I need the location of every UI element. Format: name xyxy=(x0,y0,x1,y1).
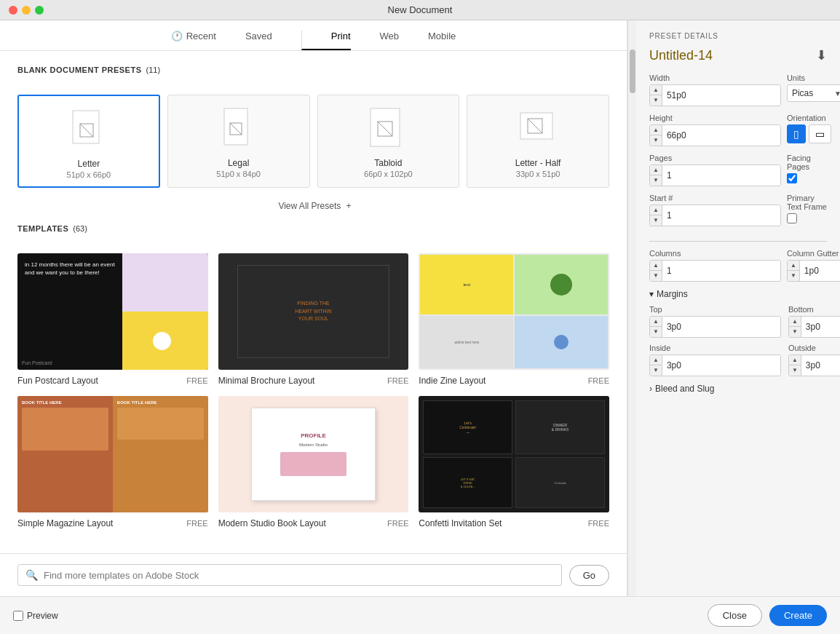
svg-rect-0 xyxy=(73,111,99,143)
template-brochure-thumb: FINDING THEHEART WITHINYOUR SOUL xyxy=(218,253,409,370)
preset-tabloid[interactable]: Tabloid 66p0 x 102p0 xyxy=(317,95,460,188)
minimize-traffic-light[interactable] xyxy=(22,6,31,15)
bleed-slug-row[interactable]: › Bleed and Slug xyxy=(649,384,827,394)
margins-collapsible[interactable]: ▾ Margins xyxy=(649,289,827,299)
scrollbar-thumb[interactable] xyxy=(630,49,635,93)
pages-up[interactable]: ▲ xyxy=(650,165,662,175)
units-select[interactable]: Picas Inches Millimeters xyxy=(792,88,834,98)
facing-pages-checkbox-row xyxy=(787,173,827,183)
margin-outside-group: Outside ▲ ▼ xyxy=(788,344,840,376)
margin-bottom-input[interactable] xyxy=(801,317,840,337)
preset-legal-name: Legal xyxy=(228,158,249,168)
pages-label: Pages xyxy=(649,154,781,162)
doc-name: Untitled-14 xyxy=(649,48,713,63)
tab-mobile[interactable]: Mobile xyxy=(428,31,456,50)
preset-letter[interactable]: Letter 51p0 x 66p0 xyxy=(17,95,160,188)
scrollbar[interactable] xyxy=(627,20,636,596)
close-traffic-light[interactable] xyxy=(9,6,17,15)
height-up[interactable]: ▲ xyxy=(650,125,662,135)
pages-input-spin: ▲ ▼ xyxy=(649,165,781,186)
template-confetti[interactable]: Let'sCelebrate! ••• DINNER& DRINKS LET'S… xyxy=(419,396,609,528)
template-zine[interactable]: text article text here Indie Zine Layout xyxy=(419,253,609,386)
template-magazine-info: Simple Magazine Layout FREE xyxy=(17,518,208,528)
chevron-down-icon: ▾ xyxy=(649,289,654,299)
margin-outside-input[interactable] xyxy=(801,355,840,376)
units-label: Units xyxy=(787,74,840,82)
width-input[interactable] xyxy=(662,85,780,106)
width-up[interactable]: ▲ xyxy=(650,85,662,95)
width-down[interactable]: ▼ xyxy=(650,95,662,106)
margin-top-down[interactable]: ▼ xyxy=(650,327,662,337)
units-group: Units Picas Inches Millimeters ▼ xyxy=(787,74,840,106)
columns-down[interactable]: ▼ xyxy=(650,271,662,281)
margin-outside-label: Outside xyxy=(788,344,840,352)
start-num-input[interactable] xyxy=(662,205,780,226)
tab-print[interactable]: Print xyxy=(301,31,351,50)
margin-top-input[interactable] xyxy=(662,317,780,337)
template-postcard-info: Fun Postcard Layout FREE xyxy=(17,376,208,386)
margin-outside-up[interactable]: ▲ xyxy=(789,355,801,365)
columns-up[interactable]: ▲ xyxy=(650,261,662,271)
preview-checkbox[interactable] xyxy=(13,611,23,621)
close-button[interactable]: Close xyxy=(708,604,762,627)
start-num-spin: ▲ ▼ xyxy=(649,205,781,226)
margin-outside-down[interactable]: ▼ xyxy=(789,365,801,376)
start-num-down[interactable]: ▼ xyxy=(650,215,662,226)
go-button[interactable]: Go xyxy=(569,565,609,586)
margin-bottom-spin: ▲ ▼ xyxy=(788,316,840,338)
pages-input[interactable] xyxy=(662,165,780,186)
margin-top-up[interactable]: ▲ xyxy=(650,317,662,327)
pages-down[interactable]: ▼ xyxy=(650,175,662,186)
col-gutter-group: Column Gutter ▲ ▼ xyxy=(787,249,840,282)
search-input-wrap[interactable]: 🔍 xyxy=(17,564,562,586)
search-input[interactable] xyxy=(44,570,554,581)
ptf-checkbox-row xyxy=(787,213,827,223)
height-label: Height xyxy=(649,114,781,122)
margins-label: Margins xyxy=(657,289,688,299)
orientation-portrait[interactable]: ▯ xyxy=(787,124,806,143)
margin-inside-up[interactable]: ▲ xyxy=(650,355,662,365)
preset-letter-name: Letter xyxy=(78,159,100,169)
template-studio[interactable]: PROFILE Modern Studio Modern Studio Book… xyxy=(218,396,409,528)
ptf-checkbox[interactable] xyxy=(787,213,797,223)
col-gutter-down[interactable]: ▼ xyxy=(788,271,799,281)
margin-outside-with-link: Outside ▲ ▼ 🔗 xyxy=(788,344,840,376)
template-postcard[interactable]: in 12 months there will be an event and … xyxy=(17,253,208,386)
fullscreen-traffic-light[interactable] xyxy=(35,6,44,15)
create-button[interactable]: Create xyxy=(769,605,827,626)
facing-pages-checkbox[interactable] xyxy=(787,173,797,183)
blank-presets-title: BLANK DOCUMENT PRESETS xyxy=(17,66,142,74)
columns-label: Columns xyxy=(649,249,781,258)
start-num-up[interactable]: ▲ xyxy=(650,205,662,215)
preset-legal[interactable]: Legal 51p0 x 84p0 xyxy=(167,95,310,188)
margin-inside-down[interactable]: ▼ xyxy=(650,365,662,376)
nav-tabs: 🕐 Recent Saved Print Web Mobile xyxy=(0,20,627,51)
units-select-wrap: Picas Inches Millimeters ▼ xyxy=(787,84,840,102)
col-gutter-up[interactable]: ▲ xyxy=(788,261,799,271)
preview-row: Preview xyxy=(13,611,58,621)
tab-saved[interactable]: Saved xyxy=(245,31,272,50)
tab-web[interactable]: Web xyxy=(380,31,400,50)
margin-bottom-down[interactable]: ▼ xyxy=(789,327,801,337)
save-preset-icon[interactable]: ⬇ xyxy=(816,47,827,63)
columns-input[interactable] xyxy=(662,261,780,281)
preset-letter-half[interactable]: Letter - Half 33p0 x 51p0 xyxy=(467,95,609,188)
template-brochure[interactable]: FINDING THEHEART WITHINYOUR SOUL Minimal… xyxy=(218,253,409,386)
template-studio-info: Modern Studio Book Layout FREE xyxy=(218,518,409,528)
view-all-presets[interactable]: View All Presets + xyxy=(17,195,609,224)
margin-bottom-label: Bottom xyxy=(788,305,840,314)
orientation-landscape[interactable]: ▭ xyxy=(809,124,831,143)
template-magazine[interactable]: BOOK TITLE HERE BOOK TITLE HERE Simple M… xyxy=(17,396,208,528)
margin-bottom-up[interactable]: ▲ xyxy=(789,317,801,327)
height-down[interactable]: ▼ xyxy=(650,135,662,146)
left-panel: 🕐 Recent Saved Print Web Mobile BLANK DO… xyxy=(0,20,627,596)
bleed-slug-label: Bleed and Slug xyxy=(655,384,714,394)
svg-rect-9 xyxy=(520,113,552,139)
preset-tabloid-size: 66p0 x 102p0 xyxy=(364,170,413,178)
margin-inside-input[interactable] xyxy=(662,355,780,376)
height-input[interactable] xyxy=(662,125,780,146)
right-panel: PRESET DETAILS Untitled-14 ⬇ Width ▲ ▼ U… xyxy=(636,20,840,596)
tab-recent[interactable]: 🕐 Recent xyxy=(171,31,216,50)
col-gutter-input[interactable] xyxy=(800,261,840,281)
margin-top-group: Top ▲ ▼ xyxy=(649,305,781,338)
